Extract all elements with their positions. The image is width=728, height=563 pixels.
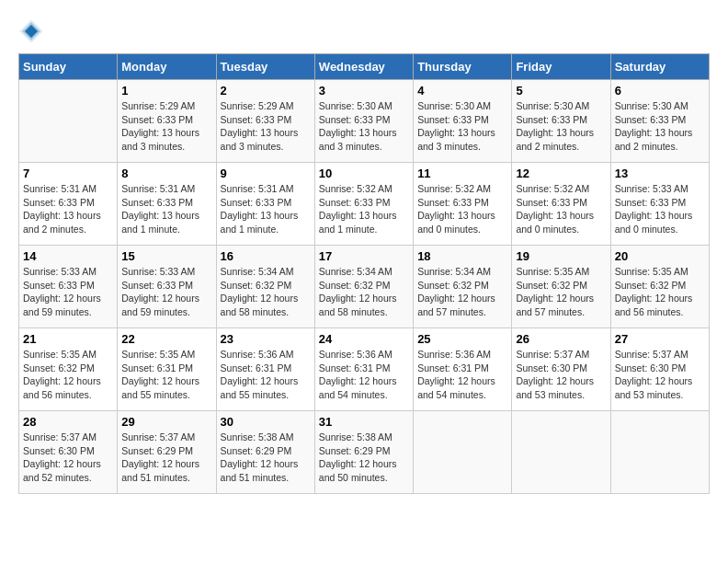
header-tuesday: Tuesday — [216, 54, 314, 80]
calendar-cell: 30Sunrise: 5:38 AM Sunset: 6:29 PM Dayli… — [216, 411, 314, 494]
day-number: 24 — [319, 332, 409, 346]
day-info: Sunrise: 5:38 AM Sunset: 6:29 PM Dayligh… — [319, 431, 409, 485]
calendar-cell: 7Sunrise: 5:31 AM Sunset: 6:33 PM Daylig… — [19, 163, 118, 246]
calendar-cell: 20Sunrise: 5:35 AM Sunset: 6:32 PM Dayli… — [610, 246, 709, 328]
day-info: Sunrise: 5:30 AM Sunset: 6:33 PM Dayligh… — [417, 99, 507, 154]
header-sunday: Sunday — [19, 54, 118, 80]
day-info: Sunrise: 5:37 AM Sunset: 6:29 PM Dayligh… — [121, 431, 211, 485]
calendar-table: SundayMondayTuesdayWednesdayThursdayFrid… — [18, 53, 710, 494]
day-info: Sunrise: 5:33 AM Sunset: 6:33 PM Dayligh… — [615, 182, 705, 236]
calendar-cell: 15Sunrise: 5:33 AM Sunset: 6:33 PM Dayli… — [118, 246, 216, 328]
header-wednesday: Wednesday — [314, 54, 413, 80]
day-info: Sunrise: 5:35 AM Sunset: 6:32 PM Dayligh… — [516, 265, 606, 319]
calendar-cell: 3Sunrise: 5:30 AM Sunset: 6:33 PM Daylig… — [314, 80, 413, 163]
calendar-cell: 31Sunrise: 5:38 AM Sunset: 6:29 PM Dayli… — [314, 411, 413, 494]
day-number: 7 — [23, 167, 113, 180]
calendar-cell: 23Sunrise: 5:36 AM Sunset: 6:31 PM Dayli… — [216, 328, 314, 411]
week-row-4: 21Sunrise: 5:35 AM Sunset: 6:32 PM Dayli… — [19, 328, 710, 411]
calendar-cell: 11Sunrise: 5:32 AM Sunset: 6:33 PM Dayli… — [414, 163, 512, 246]
day-info: Sunrise: 5:32 AM Sunset: 6:33 PM Dayligh… — [417, 182, 507, 236]
day-number: 3 — [319, 84, 409, 98]
day-number: 13 — [615, 167, 705, 180]
calendar-cell: 28Sunrise: 5:37 AM Sunset: 6:30 PM Dayli… — [19, 411, 118, 494]
day-number: 5 — [516, 84, 606, 98]
day-info: Sunrise: 5:34 AM Sunset: 6:32 PM Dayligh… — [417, 265, 507, 319]
day-number: 31 — [319, 415, 409, 429]
day-info: Sunrise: 5:32 AM Sunset: 6:33 PM Dayligh… — [319, 182, 409, 236]
header-monday: Monday — [118, 54, 216, 80]
week-row-5: 28Sunrise: 5:37 AM Sunset: 6:30 PM Dayli… — [19, 411, 710, 494]
day-info: Sunrise: 5:35 AM Sunset: 6:32 PM Dayligh… — [23, 348, 113, 402]
day-number: 14 — [23, 249, 113, 263]
day-info: Sunrise: 5:29 AM Sunset: 6:33 PM Dayligh… — [121, 99, 211, 154]
day-number: 2 — [221, 84, 311, 98]
day-number: 10 — [319, 167, 409, 180]
week-row-3: 14Sunrise: 5:33 AM Sunset: 6:33 PM Dayli… — [19, 246, 710, 328]
day-number: 19 — [516, 249, 606, 263]
day-info: Sunrise: 5:35 AM Sunset: 6:31 PM Dayligh… — [121, 348, 211, 402]
header-friday: Friday — [512, 54, 610, 80]
day-info: Sunrise: 5:37 AM Sunset: 6:30 PM Dayligh… — [615, 348, 705, 402]
day-info: Sunrise: 5:33 AM Sunset: 6:33 PM Dayligh… — [23, 265, 113, 319]
day-info: Sunrise: 5:31 AM Sunset: 6:33 PM Dayligh… — [23, 182, 113, 236]
calendar-cell: 8Sunrise: 5:31 AM Sunset: 6:33 PM Daylig… — [118, 163, 216, 246]
day-number: 30 — [221, 415, 311, 429]
week-row-2: 7Sunrise: 5:31 AM Sunset: 6:33 PM Daylig… — [19, 163, 710, 246]
calendar-cell: 29Sunrise: 5:37 AM Sunset: 6:29 PM Dayli… — [118, 411, 216, 494]
calendar-cell: 27Sunrise: 5:37 AM Sunset: 6:30 PM Dayli… — [610, 328, 709, 411]
day-info: Sunrise: 5:32 AM Sunset: 6:33 PM Dayligh… — [516, 182, 606, 236]
day-number: 25 — [417, 332, 507, 346]
calendar-cell: 25Sunrise: 5:36 AM Sunset: 6:31 PM Dayli… — [414, 328, 512, 411]
day-number: 11 — [417, 167, 507, 180]
day-info: Sunrise: 5:30 AM Sunset: 6:33 PM Dayligh… — [516, 99, 606, 154]
day-number: 18 — [417, 249, 507, 263]
calendar-cell: 4Sunrise: 5:30 AM Sunset: 6:33 PM Daylig… — [414, 80, 512, 163]
calendar-cell: 24Sunrise: 5:36 AM Sunset: 6:31 PM Dayli… — [314, 328, 413, 411]
calendar-cell: 6Sunrise: 5:30 AM Sunset: 6:33 PM Daylig… — [610, 80, 709, 163]
calendar-cell: 18Sunrise: 5:34 AM Sunset: 6:32 PM Dayli… — [414, 246, 512, 328]
day-number: 20 — [615, 249, 705, 263]
calendar-cell: 9Sunrise: 5:31 AM Sunset: 6:33 PM Daylig… — [216, 163, 314, 246]
calendar-cell — [19, 80, 118, 163]
day-number: 4 — [417, 84, 507, 98]
day-info: Sunrise: 5:36 AM Sunset: 6:31 PM Dayligh… — [417, 348, 507, 402]
day-info: Sunrise: 5:34 AM Sunset: 6:32 PM Dayligh… — [319, 265, 409, 319]
day-number: 29 — [121, 415, 211, 429]
day-number: 26 — [516, 332, 606, 346]
day-info: Sunrise: 5:29 AM Sunset: 6:33 PM Dayligh… — [221, 99, 311, 154]
week-row-1: 1Sunrise: 5:29 AM Sunset: 6:33 PM Daylig… — [19, 80, 710, 163]
header-thursday: Thursday — [414, 54, 512, 80]
calendar-cell: 12Sunrise: 5:32 AM Sunset: 6:33 PM Dayli… — [512, 163, 610, 246]
calendar-cell — [610, 411, 709, 494]
day-number: 17 — [319, 249, 409, 263]
calendar-cell: 5Sunrise: 5:30 AM Sunset: 6:33 PM Daylig… — [512, 80, 610, 163]
calendar-cell: 10Sunrise: 5:32 AM Sunset: 6:33 PM Dayli… — [314, 163, 413, 246]
day-number: 28 — [23, 415, 113, 429]
day-info: Sunrise: 5:30 AM Sunset: 6:33 PM Dayligh… — [615, 99, 705, 154]
calendar-cell: 17Sunrise: 5:34 AM Sunset: 6:32 PM Dayli… — [314, 246, 413, 328]
calendar-cell: 26Sunrise: 5:37 AM Sunset: 6:30 PM Dayli… — [512, 328, 610, 411]
logo — [18, 18, 48, 44]
day-number: 21 — [23, 332, 113, 346]
day-number: 1 — [121, 84, 211, 98]
day-info: Sunrise: 5:35 AM Sunset: 6:32 PM Dayligh… — [615, 265, 705, 319]
calendar-cell: 21Sunrise: 5:35 AM Sunset: 6:32 PM Dayli… — [19, 328, 118, 411]
header-saturday: Saturday — [610, 54, 709, 80]
day-number: 16 — [221, 249, 311, 263]
day-number: 22 — [121, 332, 211, 346]
day-info: Sunrise: 5:31 AM Sunset: 6:33 PM Dayligh… — [121, 182, 211, 236]
calendar-cell: 13Sunrise: 5:33 AM Sunset: 6:33 PM Dayli… — [610, 163, 709, 246]
calendar-header-row: SundayMondayTuesdayWednesdayThursdayFrid… — [19, 54, 710, 80]
day-number: 15 — [121, 249, 211, 263]
day-info: Sunrise: 5:33 AM Sunset: 6:33 PM Dayligh… — [121, 265, 211, 319]
calendar-cell: 14Sunrise: 5:33 AM Sunset: 6:33 PM Dayli… — [19, 246, 118, 328]
day-number: 8 — [121, 167, 211, 180]
day-info: Sunrise: 5:34 AM Sunset: 6:32 PM Dayligh… — [221, 265, 311, 319]
day-info: Sunrise: 5:31 AM Sunset: 6:33 PM Dayligh… — [221, 182, 311, 236]
calendar-cell — [512, 411, 610, 494]
calendar-cell: 2Sunrise: 5:29 AM Sunset: 6:33 PM Daylig… — [216, 80, 314, 163]
day-number: 23 — [221, 332, 311, 346]
day-info: Sunrise: 5:37 AM Sunset: 6:30 PM Dayligh… — [516, 348, 606, 402]
day-info: Sunrise: 5:37 AM Sunset: 6:30 PM Dayligh… — [23, 431, 113, 485]
day-info: Sunrise: 5:30 AM Sunset: 6:33 PM Dayligh… — [319, 99, 409, 154]
